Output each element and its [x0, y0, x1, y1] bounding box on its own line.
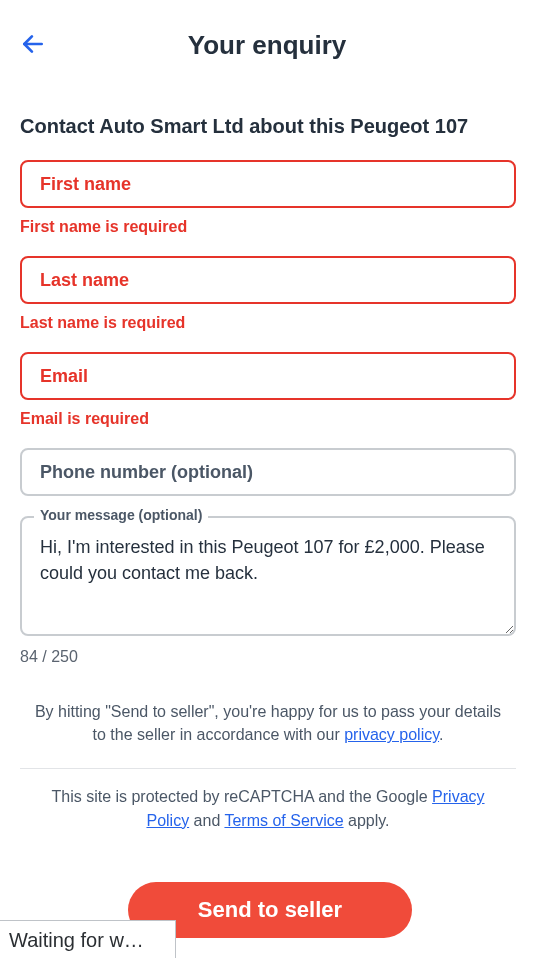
first-name-input[interactable]: [20, 160, 516, 208]
privacy-policy-link[interactable]: privacy policy: [344, 726, 439, 743]
last-name-error: Last name is required: [20, 314, 516, 332]
enquiry-form: First name is required Last name is requ…: [0, 148, 536, 666]
phone-field-wrap: [20, 448, 516, 496]
message-textarea[interactable]: [20, 516, 516, 636]
recaptcha-notice: This site is protected by reCAPTCHA and …: [0, 777, 536, 837]
header: Your enquiry: [0, 0, 536, 81]
browser-status-text: Waiting for w…: [0, 920, 176, 958]
last-name-field-wrap: Last name is required: [20, 256, 516, 332]
page-title: Your enquiry: [18, 30, 516, 61]
separator: [20, 768, 516, 769]
message-label: Your message (optional): [34, 507, 208, 523]
message-counter: 84 / 250: [20, 648, 516, 666]
message-field-wrap: Your message (optional): [20, 516, 516, 640]
first-name-field-wrap: First name is required: [20, 160, 516, 236]
consent-notice: By hitting "Send to seller", you're happ…: [0, 666, 536, 752]
google-tos-link[interactable]: Terms of Service: [224, 812, 343, 829]
email-field-wrap: Email is required: [20, 352, 516, 428]
email-input[interactable]: [20, 352, 516, 400]
email-error: Email is required: [20, 410, 516, 428]
subtitle: Contact Auto Smart Ltd about this Peugeo…: [0, 81, 536, 148]
phone-input[interactable]: [20, 448, 516, 496]
first-name-error: First name is required: [20, 218, 516, 236]
last-name-input[interactable]: [20, 256, 516, 304]
